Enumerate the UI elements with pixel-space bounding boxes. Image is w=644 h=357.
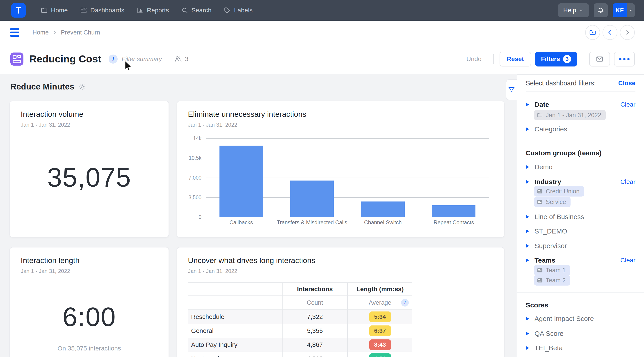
filter-group-industry[interactable]: Industry Clear xyxy=(526,177,636,186)
filter-group-teams[interactable]: Teams Clear xyxy=(526,256,636,265)
nav-item-search[interactable]: Search xyxy=(181,7,212,14)
table-row[interactable]: Next service 4,863 4:56 xyxy=(188,352,412,357)
help-label: Help xyxy=(563,7,576,14)
nav-item-reports[interactable]: Reports xyxy=(136,7,169,14)
more-options-button[interactable] xyxy=(614,52,635,66)
info-icon[interactable]: i xyxy=(401,299,409,306)
gear-icon[interactable] xyxy=(78,83,86,90)
filters-button[interactable]: Filters 3 xyxy=(535,52,577,66)
breadcrumb: Home Prevent Churn xyxy=(32,29,100,36)
metric-value: 6:00 xyxy=(10,302,168,332)
length-badge: 5:34 xyxy=(369,312,391,322)
card-title: Eliminate unnecessary interactions xyxy=(188,110,493,118)
expand-triangle-icon[interactable] xyxy=(526,215,529,219)
x-category-label: Channel Switch xyxy=(348,219,418,226)
top-navigation-bar: T Home Dashboards Reports Search Labels xyxy=(0,0,644,21)
close-panel-link[interactable]: Close xyxy=(618,80,636,87)
industry-chip-service[interactable]: Service xyxy=(534,197,570,207)
open-folder-button[interactable] xyxy=(585,25,600,40)
expand-triangle-icon[interactable] xyxy=(526,317,529,321)
expand-triangle-icon[interactable] xyxy=(526,346,529,350)
nav-label: Labels xyxy=(234,7,252,14)
group-grid-icon xyxy=(537,267,543,274)
metric-subtitle: On 35,075 interactions xyxy=(10,345,168,352)
nav-item-dashboards[interactable]: Dashboards xyxy=(80,7,124,14)
custom-groups-header: Custom groups (teams) xyxy=(526,148,636,158)
undo-button[interactable]: Undo xyxy=(466,56,482,63)
group-grid-icon xyxy=(537,277,543,284)
card-interaction-length: Interaction length Jan 1 - Jan 31, 2022 … xyxy=(10,247,169,357)
expand-triangle-icon[interactable] xyxy=(526,258,529,262)
filter-group-supervisor[interactable]: Supervisor xyxy=(526,241,636,250)
shared-users[interactable]: 3 xyxy=(174,55,188,63)
teams-chip-team-2[interactable]: Team 2 xyxy=(534,275,570,286)
section-title: Reduce Minutes xyxy=(10,82,74,92)
forward-button[interactable] xyxy=(620,25,635,40)
filters-count-badge: 3 xyxy=(563,55,571,63)
nav-item-home[interactable]: Home xyxy=(40,7,68,14)
expand-triangle-icon[interactable] xyxy=(526,165,529,169)
reset-button[interactable]: Reset xyxy=(500,52,531,66)
filter-score-tei-beta[interactable]: TEI_Beta xyxy=(526,343,636,353)
y-tick-label: 10.5k xyxy=(189,155,202,161)
app-logo[interactable]: T xyxy=(11,3,26,18)
chevron-down-icon xyxy=(627,4,635,17)
help-button[interactable]: Help xyxy=(558,4,589,17)
filter-group-line-of-business[interactable]: Line of Business xyxy=(526,212,636,222)
breadcrumb-row: Home Prevent Churn xyxy=(0,21,644,44)
filter-group-date[interactable]: Date Clear xyxy=(526,100,636,109)
nav-label: Dashboards xyxy=(90,7,124,14)
table-row[interactable]: General 5,355 6:37 xyxy=(188,324,412,338)
scores-header: Scores xyxy=(526,300,636,310)
ellipsis-icon xyxy=(619,58,630,60)
menu-toggle-button[interactable] xyxy=(10,28,20,37)
filter-group-st-demo[interactable]: ST_DEMO xyxy=(526,226,636,236)
clear-teams-link[interactable]: Clear xyxy=(620,257,636,264)
col-header-interactions: Interactions xyxy=(282,283,347,296)
table-row[interactable]: Reschedule 7,322 5:34 xyxy=(188,310,412,324)
bar-0[interactable] xyxy=(220,146,263,217)
expand-triangle-icon[interactable] xyxy=(526,229,529,233)
group-grid-icon xyxy=(537,188,543,194)
expand-triangle-icon[interactable] xyxy=(526,332,529,336)
folder-icon xyxy=(40,7,48,14)
panel-divider xyxy=(517,141,644,141)
filter-panel-toggle[interactable] xyxy=(506,79,517,100)
expand-triangle-icon[interactable] xyxy=(526,180,529,184)
expand-triangle-icon[interactable] xyxy=(526,127,529,131)
chevron-down-icon xyxy=(579,8,584,13)
back-button[interactable] xyxy=(602,25,618,40)
teams-chip-team-1[interactable]: Team 1 xyxy=(534,265,570,276)
nav-label: Reports xyxy=(147,7,169,14)
notifications-button[interactable] xyxy=(594,4,608,17)
clear-industry-link[interactable]: Clear xyxy=(620,178,636,186)
card-uncover-long-interactions: Uncover what drives long interactions Ja… xyxy=(177,247,504,357)
info-icon[interactable]: i xyxy=(108,54,118,64)
user-menu[interactable]: KF xyxy=(613,4,635,17)
industry-chip-credit-union[interactable]: Credit Union xyxy=(534,186,584,196)
expand-triangle-icon[interactable] xyxy=(526,244,529,248)
bar-3[interactable] xyxy=(432,205,476,217)
bar-2[interactable] xyxy=(361,202,405,217)
filter-group-demo[interactable]: Demo xyxy=(526,162,636,172)
filter-group-categories[interactable]: Categories xyxy=(526,124,636,134)
length-badge: 6:37 xyxy=(369,326,391,336)
expand-triangle-icon[interactable] xyxy=(526,102,529,106)
dashboard-icon xyxy=(10,52,24,66)
funnel-icon xyxy=(508,86,515,93)
section-header: Reduce Minutes xyxy=(10,82,86,92)
email-button[interactable] xyxy=(589,52,610,66)
table-row[interactable]: Auto Pay Inquiry 4,867 8:43 xyxy=(188,338,412,352)
filter-score-qa[interactable]: QA Score xyxy=(526,329,636,338)
nav-item-labels[interactable]: Labels xyxy=(224,7,252,14)
dashboard-content: Reduce Minutes Interaction volume Jan 1 … xyxy=(0,74,644,357)
filter-score-agent-impact[interactable]: Agent Impact Score xyxy=(526,314,636,324)
primary-nav: Home Dashboards Reports Search Labels xyxy=(40,7,252,14)
breadcrumb-home-link[interactable]: Home xyxy=(32,29,49,36)
bar-1[interactable] xyxy=(290,180,334,217)
divider xyxy=(168,54,168,64)
card-date-range: Jan 1 - Jan 31, 2022 xyxy=(21,122,158,128)
header-actions: Undo Reset Filters 3 xyxy=(466,52,635,66)
clear-date-link[interactable]: Clear xyxy=(620,101,636,108)
date-filter-chip[interactable]: Jan 1 - Jan 31, 2022 xyxy=(534,110,606,120)
